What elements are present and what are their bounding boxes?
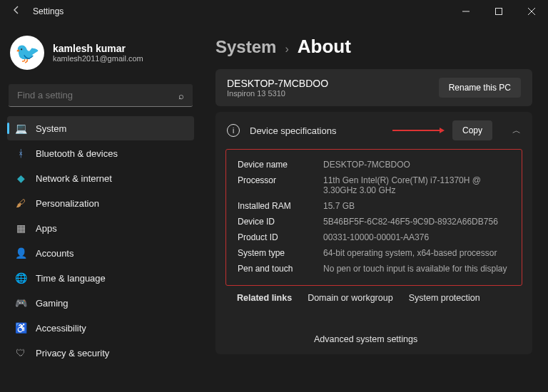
spec-row: Device ID5B46BF5F-6C82-46F5-9C9D-8932A66… [238,214,510,229]
spec-row: Installed RAM15.7 GB [238,198,510,214]
nav-label: Time & language [36,273,106,284]
spec-label: Product ID [238,232,323,242]
nav-icon: ᚼ [14,148,27,159]
nav-label: Gaming [36,298,68,309]
spec-row: Processor11th Gen Intel(R) Core(TM) i7-1… [238,172,510,198]
content: System › About DESKTOP-7MCBDOO Inspiron … [201,23,548,392]
back-button[interactable] [6,5,27,18]
sidebar-item-privacy-security[interactable]: 🛡Privacy & security [7,341,194,365]
spec-row: Device nameDESKTOP-7MCBDOO [238,157,510,172]
nav-label: Network & internet [36,173,112,184]
spec-label: Pen and touch [238,264,323,274]
link-advanced-settings[interactable]: Advanced system settings [314,334,417,344]
spec-value: 11th Gen Intel(R) Core(TM) i7-11370H @ 3… [323,175,510,195]
link-domain[interactable]: Domain or workgroup [308,293,393,303]
sidebar-item-personalization[interactable]: 🖌Personalization [7,191,194,215]
nav-label: Apps [36,223,57,234]
spec-value: DESKTOP-7MCBDOO [323,160,510,170]
related-links: Related links Domain or workgroup System… [215,286,532,347]
user-email: kamlesh2011@gmail.com [53,54,143,63]
close-button[interactable] [515,0,548,23]
spec-value: 64-bit operating system, x64-based proce… [323,248,510,258]
minimize-button[interactable] [450,0,482,23]
copy-button[interactable]: Copy [452,120,492,140]
avatar [10,36,44,70]
spec-label: System type [238,248,323,258]
spec-value: 15.7 GB [323,201,510,211]
related-title: Related links [237,293,292,303]
spec-label: Installed RAM [238,201,323,211]
nav-icon: 👤 [14,247,27,259]
nav-icon: ▦ [14,222,27,234]
sidebar: kamlesh kumar kamlesh2011@gmail.com ⌕ 💻S… [0,23,201,392]
nav-label: Accessibility [36,323,86,334]
spec-label: Processor [238,175,323,195]
sidebar-item-gaming[interactable]: 🎮Gaming [7,291,194,315]
pc-header-card: DESKTOP-7MCBDOO Inspiron 13 5310 Rename … [215,69,532,106]
sidebar-item-network-internet[interactable]: ◆Network & internet [7,166,194,190]
spec-value: 00331-10000-00001-AA376 [323,232,510,242]
sidebar-item-system[interactable]: 💻System [7,116,194,140]
pc-model: Inspiron 13 5310 [227,89,328,98]
nav-label: Bluetooth & devices [36,148,118,159]
annotation-arrow [392,130,442,131]
breadcrumb-parent[interactable]: System [215,37,276,57]
nav-icon: ◆ [14,172,27,184]
sidebar-item-accounts[interactable]: 👤Accounts [7,241,194,265]
nav-icon: 🖌 [14,197,27,209]
maximize-button[interactable] [482,0,515,23]
rename-pc-button[interactable]: Rename this PC [439,78,521,98]
user-profile[interactable]: kamlesh kumar kamlesh2011@gmail.com [6,29,196,81]
link-system-protection[interactable]: System protection [409,293,480,303]
sidebar-item-apps[interactable]: ▦Apps [7,216,194,240]
spec-value: No pen or touch input is available for t… [323,264,510,274]
nav-icon: 🎮 [14,297,27,309]
spec-label: Device ID [238,217,323,227]
nav-label: System [36,123,66,134]
svg-rect-1 [496,9,502,15]
nav-label: Privacy & security [36,348,109,359]
section-title: Device specifications [250,125,377,136]
device-specs-section: i Device specifications Copy ︿ Device na… [215,112,532,354]
search-icon: ⌕ [178,91,184,101]
pc-name: DESKTOP-7MCBDOO [227,78,328,89]
nav-list: 💻SystemᚼBluetooth & devices◆Network & in… [6,115,196,392]
sidebar-item-bluetooth-devices[interactable]: ᚼBluetooth & devices [7,141,194,165]
spec-value: 5B46BF5F-6C82-46F5-9C9D-8932A66DB756 [323,217,510,227]
nav-label: Personalization [36,198,99,209]
page-title: About [298,36,351,58]
window-title: Settings [33,6,64,16]
nav-icon: 🌐 [14,272,27,284]
sidebar-item-time-language[interactable]: 🌐Time & language [7,266,194,290]
nav-icon: 🛡 [14,347,27,359]
info-icon: i [227,124,240,137]
spec-row: Product ID00331-10000-00001-AA376 [238,229,510,245]
chevron-right-icon: › [285,43,288,56]
nav-label: Accounts [36,248,73,259]
titlebar: Settings [0,0,548,23]
spec-row: System type64-bit operating system, x64-… [238,245,510,261]
spec-label: Device name [238,160,323,170]
nav-icon: 💻 [14,123,27,134]
user-name: kamlesh kumar [53,43,143,54]
sidebar-item-accessibility[interactable]: ♿Accessibility [7,316,194,340]
breadcrumb: System › About [215,36,532,58]
spec-row: Pen and touchNo pen or touch input is av… [238,261,510,277]
search-input[interactable] [9,84,193,107]
specs-table: Device nameDESKTOP-7MCBDOOProcessor11th … [225,149,522,286]
chevron-up-icon[interactable]: ︿ [512,125,521,137]
nav-icon: ♿ [14,322,27,334]
search-box[interactable]: ⌕ [9,84,193,107]
